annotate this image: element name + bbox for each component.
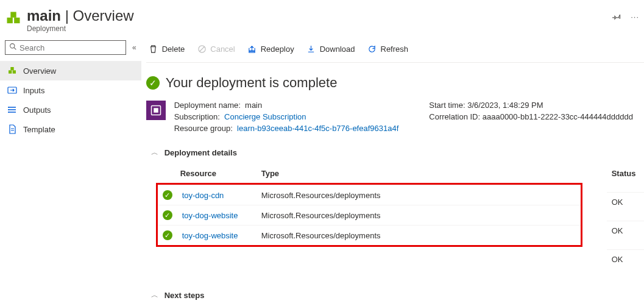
table-row: ✓ toy-dog-cdn Microsoft.Resources/deploy… <box>158 185 581 205</box>
svg-line-4 <box>14 48 16 49</box>
redeploy-icon <box>247 44 257 54</box>
resource-link[interactable]: toy-dog-website <box>182 231 238 240</box>
trash-icon <box>149 44 158 54</box>
column-type: Type <box>257 164 424 183</box>
resource-group-icon <box>146 101 166 120</box>
svg-rect-14 <box>249 51 255 52</box>
status-value: OK <box>607 193 642 221</box>
refresh-icon <box>367 44 377 54</box>
svg-point-9 <box>8 107 9 108</box>
redeploy-button[interactable]: Redeploy <box>247 44 294 54</box>
sidebar-item-outputs[interactable]: Outputs <box>0 100 141 119</box>
success-icon: ✓ <box>163 190 172 200</box>
outputs-icon <box>7 105 17 115</box>
deployment-details-heading: Deployment details <box>165 148 237 157</box>
search-input[interactable] <box>19 43 122 52</box>
correlation-id-label: Correlation ID: <box>429 112 480 121</box>
correlation-id-value: aaaa0000-bb11-2222-33cc-444444dddddd <box>483 112 633 121</box>
deployment-icon <box>5 10 22 27</box>
sidebar: « Overview Inputs Outputs Template <box>0 38 141 306</box>
main-content: Delete Cancel Redeploy Download Refresh … <box>141 38 644 306</box>
svg-point-3 <box>10 44 15 48</box>
chevron-up-icon[interactable]: ︿ <box>151 290 158 301</box>
success-icon: ✓ <box>163 210 172 220</box>
column-status: Status <box>607 164 641 192</box>
svg-rect-2 <box>10 12 16 18</box>
success-icon: ✓ <box>146 76 160 90</box>
delete-button[interactable]: Delete <box>149 44 185 54</box>
template-icon <box>7 124 17 134</box>
resource-type: Microsoft.Resources/deployments <box>257 226 581 246</box>
dep-name-value: main <box>245 101 262 110</box>
resource-link[interactable]: toy-dog-cdn <box>182 191 224 200</box>
table-row: ✓ toy-dog-website Microsoft.Resources/de… <box>158 205 581 226</box>
svg-rect-0 <box>7 18 13 23</box>
svg-rect-7 <box>10 67 13 70</box>
download-button[interactable]: Download <box>306 44 355 54</box>
svg-point-10 <box>8 109 9 110</box>
page-subtitle: Deployment <box>27 24 601 33</box>
sidebar-item-label: Outputs <box>23 105 51 115</box>
resource-type: Microsoft.Resources/deployments <box>257 205 581 226</box>
deployment-details-table: ✓ toy-dog-cdn Microsoft.Resources/deploy… <box>156 183 582 247</box>
more-icon[interactable]: ··· <box>631 12 639 23</box>
svg-line-13 <box>200 46 205 51</box>
page-title: main | Overview <box>27 7 601 24</box>
start-time-value: 3/6/2023, 1:48:29 PM <box>467 101 543 110</box>
next-steps-heading: Next steps <box>165 291 205 300</box>
start-time-label: Start time: <box>429 101 465 110</box>
column-operation-details: Operation details <box>640 164 644 192</box>
cancel-button: Cancel <box>197 44 235 54</box>
svg-rect-16 <box>154 108 158 113</box>
resource-link[interactable]: toy-dog-website <box>182 211 238 220</box>
sidebar-item-inputs[interactable]: Inputs <box>0 80 141 100</box>
pin-icon[interactable] <box>612 12 621 23</box>
resource-group-label: Resource group: <box>174 124 233 133</box>
collapse-sidebar-icon[interactable]: « <box>132 43 136 52</box>
svg-point-11 <box>8 112 9 113</box>
svg-rect-1 <box>14 18 19 23</box>
refresh-button[interactable]: Refresh <box>367 44 409 54</box>
sidebar-item-template[interactable]: Template <box>0 119 141 139</box>
search-box[interactable] <box>5 40 126 55</box>
page-header: main | Overview Deployment ··· <box>0 0 644 38</box>
subscription-link[interactable]: Concierge Subscription <box>224 112 306 121</box>
status-value: OK <box>607 250 642 278</box>
svg-rect-6 <box>13 70 16 73</box>
inputs-icon <box>7 85 17 95</box>
resource-group-link[interactable]: learn-b93ceeab-441c-4f5c-b776-efeaf9631a… <box>237 124 398 133</box>
sidebar-item-label: Overview <box>23 66 56 76</box>
deployment-icon <box>7 66 17 76</box>
table-header-row: Resource Type <box>156 164 582 183</box>
download-icon <box>306 44 316 54</box>
status-heading: Your deployment is complete <box>166 75 338 91</box>
table-row: ✓ toy-dog-website Microsoft.Resources/de… <box>158 226 581 246</box>
subscription-label: Subscription: <box>174 112 220 121</box>
sidebar-item-overview[interactable]: Overview <box>0 61 141 80</box>
resource-type: Microsoft.Resources/deployments <box>257 185 581 205</box>
command-bar: Delete Cancel Redeploy Download Refresh <box>146 38 644 63</box>
dep-name-label: Deployment name: <box>174 101 241 110</box>
sidebar-item-label: Inputs <box>23 86 44 95</box>
cancel-icon <box>197 44 207 54</box>
status-value: OK <box>607 221 642 249</box>
chevron-up-icon[interactable]: ︿ <box>151 148 158 158</box>
column-resource: Resource <box>156 164 257 183</box>
svg-rect-5 <box>9 70 12 73</box>
sidebar-item-label: Template <box>23 125 55 134</box>
search-icon <box>9 43 17 52</box>
success-icon: ✓ <box>163 230 172 240</box>
